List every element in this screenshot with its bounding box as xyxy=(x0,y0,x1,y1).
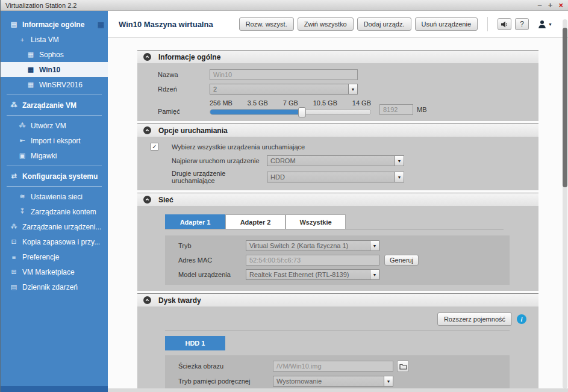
remove-device-button[interactable]: Usuń urządzenie xyxy=(415,17,478,31)
cache-mode-label: Tryb pamięci podręcznej xyxy=(173,378,273,385)
close-button[interactable]: × xyxy=(558,1,563,9)
sidebar-item-vm-management[interactable]: ⁂ Zarządzanie VM xyxy=(1,98,108,113)
sidebar-item-backup[interactable]: ⊡ Kopia zapasowa i przy... xyxy=(1,234,108,249)
sidebar-item-event-log[interactable]: ▤ Dziennik zdarzeń xyxy=(1,279,108,294)
sidebar-item-sophos[interactable]: ▦ Sophos xyxy=(1,47,108,62)
sidebar-item-label: Konfiguracja systemu xyxy=(22,172,98,181)
memory-slider-track[interactable] xyxy=(210,109,371,115)
help-button[interactable]: ? xyxy=(515,18,529,30)
sidebar-item-win10[interactable]: ▦ Win10 xyxy=(1,62,108,77)
browse-folder-button[interactable] xyxy=(397,360,409,372)
sidebar-item-vm-marketplace[interactable]: ⊞ VM Marketplace xyxy=(1,264,108,279)
sidebar-item-label: Dziennik zdarzeń xyxy=(22,283,78,291)
tab-all-adapters[interactable]: Wszystkie xyxy=(286,214,346,229)
mac-address-input[interactable] xyxy=(246,255,379,266)
chevron-down-icon: ▼ xyxy=(370,270,379,279)
minimize-button[interactable]: − xyxy=(537,1,542,9)
select-all-boot-checkbox[interactable]: ✓ xyxy=(151,143,158,151)
core-select[interactable]: 2 ▼ xyxy=(210,84,358,95)
chevron-down-icon: ▼ xyxy=(348,84,357,94)
info-icon[interactable]: i xyxy=(517,314,526,324)
sidebar-item-snapshots[interactable]: ▣ Migawki xyxy=(1,148,108,163)
tab-adapter-1[interactable]: Adapter 1 xyxy=(165,214,225,229)
memory-unit-label: MB xyxy=(417,106,427,113)
collapse-chevron-icon[interactable] xyxy=(143,296,151,304)
vertical-scrollbar[interactable] xyxy=(563,19,567,388)
section-network: Sieć Adapter 1 Adapter 2 Wszystkie Tryb xyxy=(137,193,538,291)
chevron-down-icon: ▼ xyxy=(384,376,393,386)
network-mode-select[interactable]: Virtual Switch 2 (Karta fizyczna 1) ▼ xyxy=(246,240,379,251)
section-title: Informacje ogólne xyxy=(158,53,220,61)
image-path-label: Ścieżka obrazu xyxy=(173,362,273,370)
overview-icon: ▤ xyxy=(9,20,19,28)
preferences-icon: ≡ xyxy=(9,254,19,261)
sidebar-item-device-management[interactable]: ⁂ Zarządzanie urządzeni... xyxy=(1,219,108,234)
image-path-input xyxy=(273,361,393,372)
sidebar-item-vm-list[interactable]: + Lista VM xyxy=(1,32,108,47)
expand-all-button[interactable]: Rozw. wszyst. xyxy=(239,17,294,31)
collapse-chevron-icon[interactable] xyxy=(143,126,151,134)
user-menu-button[interactable]: ▼ xyxy=(537,19,552,29)
section-boot-header[interactable]: Opcje uruchamiania xyxy=(137,123,538,137)
collapse-all-button[interactable]: Zwiń wszystko xyxy=(298,17,354,31)
section-boot: Opcje uruchamiania ✓ Wybierz wszystkie u… xyxy=(137,123,538,190)
sidebar-item-account-management[interactable]: ⁑ Zarządzanie kontem xyxy=(1,204,108,219)
tab-hdd-1[interactable]: HDD 1 xyxy=(165,336,225,350)
sidebar-item-system-config[interactable]: ⇄ Konfiguracja systemu xyxy=(1,169,108,184)
hdd-panel: Ścieżka obrazu Tryb pamięci podręcznej W… xyxy=(165,355,510,388)
expand-capacity-button[interactable]: Rozszerz pojemność xyxy=(437,313,512,326)
cache-mode-value: Wystornowanie xyxy=(273,376,384,386)
folder-icon xyxy=(399,363,407,370)
section-network-header[interactable]: Sieć xyxy=(137,193,538,206)
sidebar-bottom-strip xyxy=(1,386,108,388)
device-model-select[interactable]: Realtek Fast Ethernet (RTL-8139) ▼ xyxy=(246,269,379,280)
section-disk-header[interactable]: Dysk twardy xyxy=(137,293,538,306)
account-management-icon: ⁑ xyxy=(17,208,27,216)
sidebar-item-winsrv2016[interactable]: ▦ WinSRV2016 xyxy=(1,77,108,92)
maximize-button[interactable]: + xyxy=(548,1,553,9)
vm-grid-icon: ▦ xyxy=(26,51,36,58)
sidebar-item-preferences[interactable]: ≡ Preferencje xyxy=(1,249,108,264)
memory-label: Pamięć xyxy=(149,99,210,115)
section-general-header[interactable]: Informacje ogólne xyxy=(137,50,538,63)
device-model-value: Realtek Fast Ethernet (RTL-8139) xyxy=(246,270,370,279)
section-title: Sieć xyxy=(158,196,173,204)
memory-slider-fill xyxy=(210,110,302,114)
second-boot-device-select[interactable]: HDD ▼ xyxy=(267,172,404,182)
sidebar-item-label: Zarządzanie VM xyxy=(22,101,76,110)
audio-button[interactable] xyxy=(498,18,511,30)
scrollbar-thumb[interactable] xyxy=(563,28,567,187)
system-config-icon: ⇄ xyxy=(9,172,19,180)
sidebar-item-create-vm[interactable]: ⁂ Utwórz VM xyxy=(1,118,108,133)
cache-mode-select[interactable]: Wystornowanie ▼ xyxy=(273,376,393,387)
sidebar-item-import-export[interactable]: ⇤ Import i eksport xyxy=(1,133,108,148)
sidebar-item-label: Kopia zapasowa i przy... xyxy=(22,238,100,246)
network-settings-icon: ≋ xyxy=(17,193,27,201)
network-mode-label: Tryb xyxy=(173,242,246,249)
sidebar-item-label: Sophos xyxy=(39,51,64,59)
core-select-value: 2 xyxy=(210,84,348,94)
marketplace-icon: ⊞ xyxy=(9,268,19,276)
add-device-button[interactable]: Dodaj urządz. xyxy=(357,17,411,31)
memory-slider: 256 MB 3.5 GB 7 GB 10.5 GB 14 GB xyxy=(210,99,371,115)
section-disk: Dysk twardy Rozszerz pojemność i HDD 1 Ś… xyxy=(137,293,538,388)
memory-slider-handle[interactable] xyxy=(298,107,306,117)
first-boot-device-select[interactable]: CDROM ▼ xyxy=(267,155,404,166)
event-log-icon: ▤ xyxy=(9,283,19,291)
collapse-chevron-icon[interactable] xyxy=(143,196,151,204)
collapse-chevron-icon[interactable] xyxy=(143,53,151,61)
section-disk-body: Rozszerz pojemność i HDD 1 Ścieżka obraz… xyxy=(137,306,538,388)
sidebar-item-label: Import i eksport xyxy=(31,137,81,145)
tab-adapter-2[interactable]: Adapter 2 xyxy=(225,214,286,229)
sidebar-item-network-settings[interactable]: ≋ Ustawienia sieci xyxy=(1,189,108,204)
chevron-down-icon: ▼ xyxy=(548,22,552,26)
select-all-boot-label: Wybierz wszystkie urządzenia uruchamiają… xyxy=(172,143,305,151)
vm-name-input xyxy=(210,69,358,80)
header-separator xyxy=(487,17,488,31)
bottom-strip-right xyxy=(108,388,568,392)
memory-value-input[interactable] xyxy=(379,104,413,115)
sidebar-item-overview[interactable]: ▤ Informacje ogólne ▦ xyxy=(1,17,108,32)
generate-mac-button[interactable]: Generuj xyxy=(384,255,419,266)
sidebar-item-label: Win10 xyxy=(39,66,60,74)
network-mode-value: Virtual Switch 2 (Karta fizyczna 1) xyxy=(246,241,370,250)
